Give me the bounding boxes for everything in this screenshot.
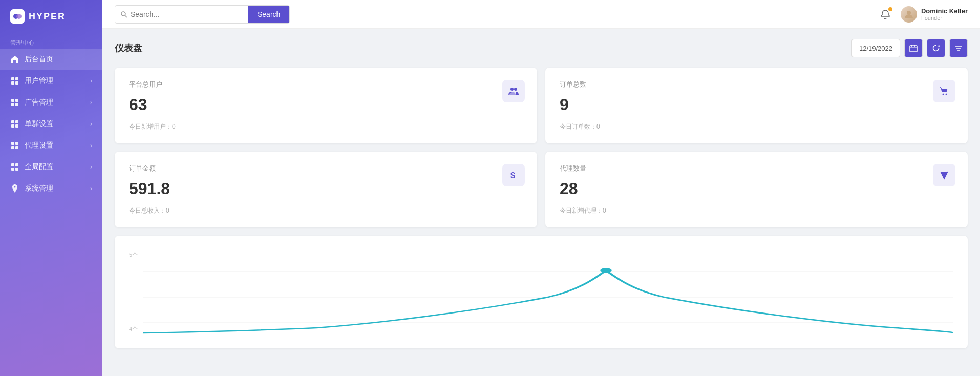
stat-sub: 今日订单数：0: [560, 122, 953, 131]
chart-area: 5个 4个: [129, 246, 953, 338]
sidebar-item-label: 广告管理: [25, 98, 53, 107]
stat-label: 平台总用户: [129, 80, 523, 89]
user-text: Dominic Keller Founder: [921, 7, 968, 21]
page-header: 仪表盘 12/19/2022: [115, 39, 968, 57]
stat-card-total-orders: 订单总数 9 今日订单数：0: [545, 68, 968, 143]
svg-point-1: [16, 14, 22, 19]
user-profile[interactable]: Dominic Keller Founder: [901, 6, 968, 23]
agent-icon: [933, 164, 955, 186]
grid-icon-agent: [10, 141, 19, 150]
stat-label: 代理数量: [560, 164, 953, 173]
stat-sub: 今日新增代理：0: [560, 206, 953, 215]
sidebar-item-global[interactable]: 全局配置 ›: [0, 156, 102, 178]
header-right: Dominic Keller Founder: [878, 6, 968, 23]
user-name: Dominic Keller: [921, 7, 968, 15]
chart-y-axis: 5个 4个: [129, 246, 138, 338]
search-box: Search: [115, 5, 290, 24]
grid-icon-cluster: [10, 119, 19, 129]
chart-svg-container: [143, 256, 953, 338]
sidebar-item-users[interactable]: 用户管理 ›: [0, 70, 102, 92]
stat-card-order-amount: 订单金额 591.8 今日总收入：0 $: [115, 152, 537, 227]
location-icon: [10, 184, 19, 193]
logo: HYPER: [0, 0, 102, 33]
header: Search Dominic Keller Fo: [102, 0, 980, 29]
user-role: Founder: [921, 15, 968, 21]
chart-card: 5个 4个: [115, 236, 968, 348]
dollar-icon: $: [502, 164, 525, 186]
chevron-right-icon: ›: [90, 120, 92, 128]
users-icon: [502, 80, 525, 102]
sidebar-item-label: 单群设置: [25, 119, 53, 129]
notification-bell[interactable]: [878, 7, 892, 22]
date-picker[interactable]: 12/19/2022: [851, 39, 900, 57]
sidebar-item-label: 系统管理: [25, 184, 53, 193]
sidebar-item-label: 代理设置: [25, 141, 53, 150]
svg-point-21: [600, 268, 612, 273]
stat-sub: 今日总收入：0: [129, 206, 523, 215]
svg-point-4: [907, 11, 911, 15]
search-button[interactable]: Search: [248, 5, 289, 24]
stat-card-total-users: 平台总用户 63 今日新增用户：0: [115, 68, 537, 143]
svg-point-2: [121, 12, 125, 16]
line-chart: [143, 256, 953, 338]
search-input[interactable]: [131, 10, 243, 18]
stat-value: 63: [129, 95, 523, 114]
avatar: [901, 6, 917, 23]
svg-rect-5: [910, 46, 917, 52]
sidebar-item-label: 后台首页: [25, 55, 53, 64]
sidebar-item-system[interactable]: 系统管理 ›: [0, 178, 102, 199]
filter-button[interactable]: [949, 39, 968, 57]
sidebar-item-cluster[interactable]: 单群设置 ›: [0, 113, 102, 135]
grid-icon-global: [10, 162, 19, 172]
main-content: Search Dominic Keller Fo: [102, 0, 980, 376]
search-icon: [120, 11, 127, 18]
sidebar-item-label: 用户管理: [25, 76, 53, 86]
calendar-button[interactable]: [904, 39, 923, 57]
stat-value: 9: [560, 95, 953, 114]
chart-right-border: [953, 256, 953, 338]
y-label-top: 5个: [129, 251, 138, 259]
stat-value: 28: [560, 179, 953, 198]
chevron-right-icon: ›: [90, 142, 92, 149]
page-actions: 12/19/2022: [851, 39, 968, 57]
logo-icon: [10, 9, 25, 24]
svg-point-15: [946, 94, 947, 95]
sidebar-item-dashboard[interactable]: 后台首页: [0, 49, 102, 70]
stat-label: 订单金额: [129, 164, 523, 173]
sidebar-item-ads[interactable]: 广告管理 ›: [0, 92, 102, 113]
stat-card-agent-count: 代理数量 28 今日新增代理：0: [545, 152, 968, 227]
stats-grid: 平台总用户 63 今日新增用户：0 订单总数 9 今日订单数：0: [115, 68, 968, 227]
svg-text:$: $: [510, 171, 515, 180]
logo-text: HYPER: [29, 11, 66, 22]
chevron-right-icon: ›: [90, 77, 92, 85]
page-title: 仪表盘: [115, 42, 142, 54]
date-value: 12/19/2022: [859, 45, 892, 52]
svg-line-3: [125, 15, 127, 17]
stat-label: 订单总数: [560, 80, 953, 89]
svg-point-13: [514, 88, 517, 91]
y-label-bottom: 4个: [129, 300, 138, 333]
sidebar: HYPER 管理中心 后台首页 用户管理 › 广告管理 › 单群设置 ›: [0, 0, 102, 376]
stat-value: 591.8: [129, 179, 523, 198]
grid-icon-ads: [10, 98, 19, 107]
page-content: 仪表盘 12/19/2022: [102, 29, 980, 376]
cart-icon: [933, 80, 955, 102]
home-icon: [10, 55, 19, 64]
refresh-button[interactable]: [927, 39, 945, 57]
search-input-wrap: [115, 10, 248, 18]
sidebar-item-agent[interactable]: 代理设置 ›: [0, 135, 102, 156]
stat-sub: 今日新增用户：0: [129, 122, 523, 131]
grid-icon-users: [10, 76, 19, 86]
chevron-right-icon: ›: [90, 185, 92, 192]
svg-point-14: [943, 94, 944, 95]
notification-badge: [888, 7, 892, 11]
chevron-right-icon: ›: [90, 99, 92, 106]
sidebar-item-label: 全局配置: [25, 162, 53, 172]
chevron-right-icon: ›: [90, 163, 92, 171]
sidebar-section-label: 管理中心: [0, 33, 102, 49]
svg-point-12: [510, 88, 514, 91]
